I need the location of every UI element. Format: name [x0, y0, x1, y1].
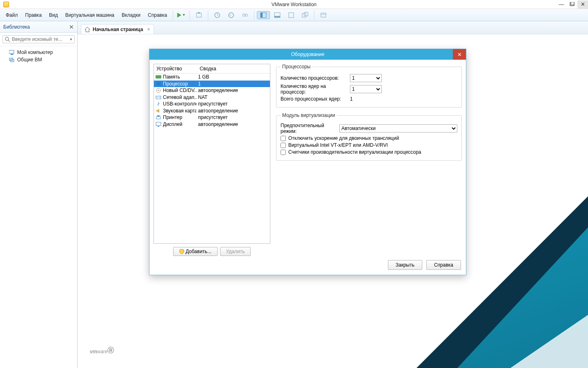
toolbar-view-sidebar-button[interactable]: [257, 11, 270, 19]
menu-view[interactable]: Вид: [46, 11, 61, 20]
svg-rect-20: [11, 54, 13, 55]
computer-icon: [9, 50, 15, 55]
menu-tabs[interactable]: Вкладки: [118, 11, 144, 20]
chevron-down-icon[interactable]: ▼: [69, 38, 73, 41]
tabstrip: Начальная страница ×: [78, 21, 588, 34]
device-panel: Устройство Сводка Память1 GBПроцессор1Но…: [154, 64, 270, 256]
toolbar-snapshot-manager-button[interactable]: [238, 11, 252, 19]
svg-rect-3: [198, 12, 200, 13]
menubar: Файл Правка Вид Виртуальная машина Вклад…: [0, 9, 588, 21]
toolbar-snapshot-button[interactable]: [211, 11, 224, 19]
chk-vtx[interactable]: [281, 143, 286, 148]
tab-label: Начальная страница: [93, 27, 143, 32]
toolbar-fullscreen-button[interactable]: [285, 11, 298, 19]
svg-rect-33: [158, 126, 159, 127]
svg-rect-12: [289, 13, 294, 18]
label-total-cores: Всего процессорных ядер:: [281, 96, 347, 102]
dialog-titlebar[interactable]: Оборудование ✕: [149, 49, 466, 60]
device-row[interactable]: USB-контроллерприсутствует: [154, 101, 270, 108]
window-maximize-button[interactable]: [567, 0, 577, 9]
device-list[interactable]: Устройство Сводка Память1 GBПроцессор1Но…: [154, 64, 270, 244]
sidebar-close-button[interactable]: ✕: [69, 24, 74, 30]
label-virt-mode: Предпочтительный режим:: [281, 123, 336, 134]
svg-point-7: [245, 14, 247, 16]
svg-rect-27: [156, 96, 161, 99]
select-proc-count[interactable]: 1: [350, 74, 382, 82]
svg-rect-31: [157, 115, 160, 117]
svg-rect-24: [156, 82, 160, 85]
svg-rect-30: [156, 117, 160, 119]
svg-rect-23: [156, 75, 161, 79]
menu-vm[interactable]: Виртуальная машина: [62, 11, 118, 20]
svg-point-17: [5, 37, 9, 40]
svg-rect-15: [321, 13, 326, 17]
toolbar-unity-button[interactable]: [298, 11, 312, 19]
vmware-logo: vmware®: [90, 345, 114, 356]
sidebar-search-input[interactable]: [12, 36, 68, 42]
sidebar-item-label: Мой компьютер: [17, 49, 53, 55]
tab-home[interactable]: Начальная страница ×: [81, 24, 154, 34]
toolbar-screenshot-button[interactable]: [192, 11, 205, 19]
sidebar-tree: Мой компьютер Общие ВМ: [0, 46, 77, 66]
svg-rect-32: [156, 122, 161, 126]
dialog-ok-button[interactable]: Закрыть: [388, 260, 422, 270]
chk-perfcounters-label: Счетчики производительности виртуализаци…: [288, 149, 421, 155]
device-row[interactable]: Звуковая картаавтоопределение: [154, 108, 270, 114]
dialog-footer: Закрыть Справка: [154, 260, 462, 271]
sidebar-header: Библиотека ✕: [0, 21, 77, 33]
sidebar-item-label: Общие ВМ: [17, 57, 42, 63]
toolbar-view-console-button[interactable]: [271, 11, 284, 19]
sidebar-title: Библиотека: [3, 24, 30, 30]
svg-rect-1: [571, 2, 574, 5]
sidebar-item-shared-vms[interactable]: Общие ВМ: [2, 56, 76, 63]
window-minimize-button[interactable]: —: [556, 0, 567, 9]
svg-point-29: [159, 97, 160, 98]
select-core-count[interactable]: 1: [350, 85, 382, 93]
toolbar-library-button[interactable]: [317, 11, 330, 19]
toolbar-snapshot-revert-button[interactable]: [225, 11, 238, 19]
device-list-header: Устройство Сводка: [154, 64, 270, 74]
menu-edit[interactable]: Правка: [22, 11, 45, 20]
device-row[interactable]: Принтерприсутствует: [154, 114, 270, 121]
device-row[interactable]: Процессор1: [154, 81, 270, 88]
app-icon: [3, 2, 9, 7]
chk-disable-accel[interactable]: [281, 136, 286, 141]
dialog-help-button[interactable]: Справка: [426, 260, 461, 270]
window-close-button[interactable]: ✕: [577, 0, 588, 9]
chk-perfcounters[interactable]: [281, 150, 286, 155]
svg-point-26: [158, 90, 159, 91]
device-row[interactable]: Память1 GB: [154, 74, 270, 81]
search-icon: [4, 36, 10, 42]
device-row[interactable]: Дисплейавтоопределение: [154, 121, 270, 128]
window-titlebar: VMware Workstation — ✕: [0, 0, 588, 9]
col-summary: Сводка: [197, 64, 219, 73]
menu-help[interactable]: Справка: [145, 11, 170, 20]
processors-legend: Процессоры: [281, 64, 312, 70]
add-device-button[interactable]: Добавить...: [173, 247, 218, 256]
label-core-count: Количество ядер на процессор:: [281, 83, 347, 95]
virtualization-group: Модуль виртуализации Предпочтительный ре…: [276, 112, 462, 161]
svg-rect-19: [9, 50, 14, 54]
device-row[interactable]: Новый CD/DV...автоопределение: [154, 87, 270, 94]
home-canvas: vmware® Оборудование ✕ Устройство: [78, 34, 588, 368]
window-title: VMware Workstation: [272, 2, 316, 7]
library-sidebar: Библиотека ✕ ▼ Мой компьютер Общие ВМ: [0, 21, 78, 368]
sidebar-search[interactable]: ▼: [2, 35, 75, 43]
toolbar-play-button[interactable]: ▼: [176, 12, 187, 18]
select-virt-mode[interactable]: Автоматически: [339, 124, 457, 132]
shield-icon: [179, 249, 184, 254]
remove-device-button[interactable]: Удалить: [220, 247, 251, 256]
tab-close-button[interactable]: ×: [147, 26, 150, 32]
home-icon: [85, 27, 90, 32]
svg-rect-2: [196, 13, 201, 17]
chk-vtx-label: Виртуальный Intel VT-x/EPT или AMD-V/RVI: [288, 142, 388, 148]
dialog-close-button[interactable]: ✕: [453, 49, 466, 60]
hardware-dialog: Оборудование ✕ Устройство Сводка П: [149, 49, 466, 275]
col-device: Устройство: [154, 64, 197, 73]
menu-file[interactable]: Файл: [2, 11, 21, 20]
svg-point-28: [157, 97, 158, 98]
content-area: Начальная страница × vmware® Оборудовани…: [78, 21, 588, 368]
sidebar-item-my-computer[interactable]: Мой компьютер: [2, 49, 76, 56]
device-row[interactable]: Сетевой адап...NAT: [154, 94, 270, 101]
settings-panel: Процессоры Количество процессоров: 1 Кол…: [276, 64, 462, 256]
